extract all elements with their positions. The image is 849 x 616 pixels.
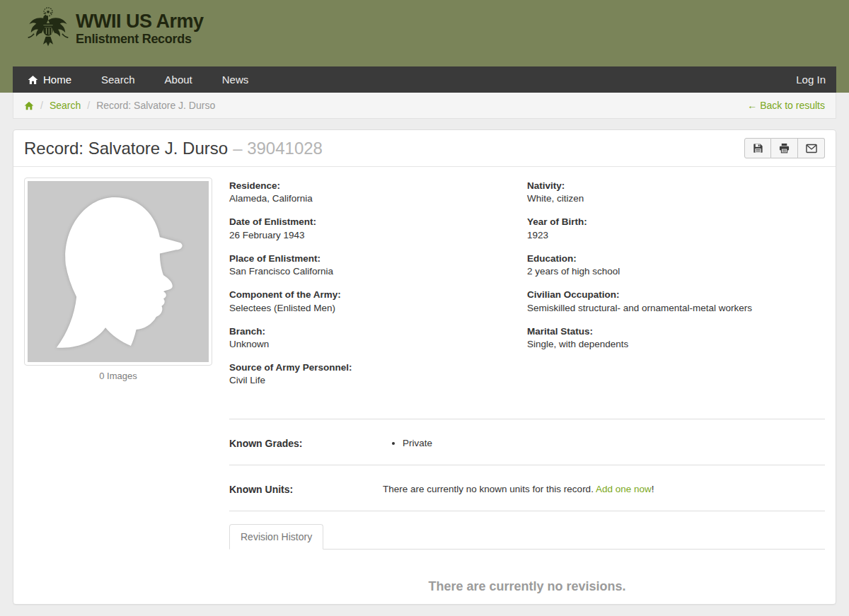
record-tabs: Revision History: [229, 524, 825, 550]
nav-search-label: Search: [101, 74, 135, 86]
field-civilian-occupation: Civilian Occupation: Semiskilled structu…: [527, 289, 811, 314]
known-grades-content: Private: [383, 438, 825, 449]
fields-grid: Residence: Alameda, California Date of E…: [229, 180, 825, 398]
field-label: Component of the Army:: [229, 289, 513, 301]
field-label: Marital Status:: [527, 325, 811, 338]
print-icon: [779, 143, 790, 153]
grades-list: Private: [383, 438, 825, 448]
field-value: Civil Life: [229, 374, 513, 387]
nav-home[interactable]: Home: [13, 66, 86, 93]
divider: [229, 511, 825, 511]
field-value: Selectees (Enlisted Men): [229, 302, 513, 315]
field-residence: Residence: Alameda, California: [229, 180, 513, 205]
nav-about[interactable]: About: [150, 66, 207, 93]
field-place-of-enlistment: Place of Enlistment: San Francisco Calif…: [229, 252, 513, 278]
known-grades-row: Known Grades: Private: [229, 419, 825, 465]
breadcrumb-separator: /: [40, 100, 43, 111]
site-header: WWII US Army Enlistment Records Home Sea…: [0, 0, 849, 93]
tab-revision-history[interactable]: Revision History: [229, 524, 323, 550]
field-marital-status: Marital Status: Single, with dependents: [527, 325, 811, 351]
field-label: Branch:: [229, 325, 513, 338]
email-button[interactable]: [798, 138, 825, 158]
fields-column-left: Residence: Alameda, California Date of E…: [229, 180, 527, 398]
record-details-column: Residence: Alameda, California Date of E…: [229, 178, 825, 615]
save-icon: [753, 143, 763, 153]
grade-item: Private: [403, 438, 825, 448]
field-label: Nativity:: [527, 180, 811, 192]
breadcrumb-search-link[interactable]: Search: [50, 100, 81, 111]
field-date-of-enlistment: Date of Enlistment: 26 February 1943: [229, 216, 513, 241]
nav-news[interactable]: News: [207, 66, 264, 93]
add-unit-link[interactable]: Add one now: [596, 484, 652, 494]
field-value: 1923: [527, 229, 811, 242]
field-nativity: Nativity: White, citizen: [527, 180, 811, 205]
field-value: Unknown: [229, 338, 513, 351]
main-navbar: Home Search About News Log In: [13, 66, 836, 93]
portrait-thumbnail[interactable]: [24, 178, 212, 366]
nav-search[interactable]: Search: [86, 66, 150, 93]
fields-column-right: Nativity: White, citizen Year of Birth: …: [527, 180, 825, 398]
nav-home-label: Home: [43, 74, 71, 86]
no-units-text: There are currently no known units for t…: [383, 484, 594, 494]
home-icon: [28, 75, 38, 85]
record-actions-button-group: [744, 138, 825, 158]
field-value: Single, with dependents: [527, 338, 811, 351]
known-grades-label: Known Grades:: [229, 438, 383, 449]
page-title: Record: Salvatore J. Durso– 39041028: [24, 139, 323, 158]
record-panel-body: 0 Images Residence: Alameda, California …: [13, 167, 836, 616]
field-source-of-personnel: Source of Army Personnel: Civil Life: [229, 361, 513, 387]
breadcrumb: / Search / Record: Salvatore J. Durso ← …: [13, 93, 836, 119]
army-seal-logo-icon: [27, 5, 69, 53]
field-value: San Francisco California: [229, 265, 513, 278]
login-label: Log In: [796, 74, 826, 86]
brand[interactable]: WWII US Army Enlistment Records: [27, 5, 204, 53]
field-branch: Branch: Unknown: [229, 325, 513, 351]
no-units-suffix: !: [652, 484, 654, 494]
field-label: Residence:: [229, 180, 513, 192]
field-value: White, citizen: [527, 192, 811, 205]
nav-news-label: News: [222, 74, 249, 86]
image-count-caption: 0 Images: [24, 371, 212, 381]
site-title: WWII US Army: [76, 11, 204, 33]
field-value: 26 February 1943: [229, 229, 513, 242]
breadcrumb-separator: /: [87, 100, 90, 111]
revision-history-panel: There are currently no revisions.: [229, 550, 825, 615]
field-label: Year of Birth:: [527, 216, 811, 228]
field-component-of-army: Component of the Army: Selectees (Enlist…: [229, 289, 513, 314]
field-label: Date of Enlistment:: [229, 216, 513, 228]
field-label: Place of Enlistment:: [229, 252, 513, 265]
no-revisions-message: There are currently no revisions.: [229, 579, 825, 594]
record-serial-number: – 39041028: [233, 139, 323, 158]
home-icon: [24, 101, 34, 110]
soldier-silhouette-placeholder-icon: [28, 181, 209, 362]
field-year-of-birth: Year of Birth: 1923: [527, 216, 811, 241]
known-units-content: There are currently no known units for t…: [383, 484, 825, 495]
breadcrumb-current-item: Record: Salvatore J. Durso: [96, 100, 215, 111]
known-units-label: Known Units:: [229, 484, 383, 495]
record-panel-heading: Record: Salvatore J. Durso– 39041028: [13, 130, 836, 167]
portrait-column: 0 Images: [24, 178, 229, 615]
field-value: Semiskilled structural- and ornamental-m…: [527, 302, 811, 315]
field-label: Education:: [527, 252, 811, 265]
record-title-text: Record: Salvatore J. Durso: [24, 139, 228, 158]
field-label: Source of Army Personnel:: [229, 361, 513, 374]
field-label: Civilian Occupation:: [527, 289, 811, 301]
site-subtitle: Enlistment Records: [76, 33, 204, 47]
save-button[interactable]: [744, 138, 771, 158]
envelope-icon: [806, 144, 817, 153]
nav-spacer: [263, 66, 785, 93]
record-panel: Record: Salvatore J. Durso– 39041028: [13, 129, 836, 605]
breadcrumb-home-link[interactable]: [24, 101, 34, 110]
back-to-results-link[interactable]: ← Back to results: [747, 100, 825, 111]
nav-about-label: About: [165, 74, 192, 86]
known-units-row: Known Units: There are currently no know…: [229, 465, 825, 511]
login-link[interactable]: Log In: [785, 66, 836, 93]
print-button[interactable]: [771, 138, 798, 158]
field-value: Alameda, California: [229, 192, 513, 205]
field-education: Education: 2 years of high school: [527, 252, 811, 278]
field-value: 2 years of high school: [527, 265, 811, 278]
